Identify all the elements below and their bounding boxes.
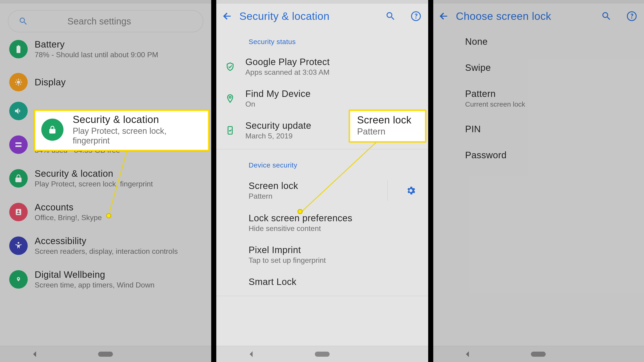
option-password[interactable]: Password — [433, 142, 644, 168]
search-settings-field[interactable]: Search settings — [8, 10, 203, 32]
row-title: Pixel Imprint — [248, 245, 421, 255]
callout-title: Screen lock — [357, 114, 411, 126]
back-arrow-icon[interactable] — [438, 11, 449, 21]
option-pin[interactable]: PIN — [433, 116, 644, 142]
nav-back-icon[interactable] — [462, 349, 473, 360]
row-title: Security & location — [34, 168, 153, 179]
callout-anchor-dot — [298, 209, 302, 214]
row-title: None — [465, 36, 644, 47]
row-title: PIN — [465, 124, 644, 134]
svg-point-7 — [229, 96, 231, 98]
lock-icon — [9, 169, 28, 188]
row-sub: Play Protect, screen lock, fingerprint — [34, 180, 153, 188]
settings-main-screen: Search settings Battery 78% - Should las… — [0, 0, 211, 362]
callout-title: Security & location — [73, 114, 202, 125]
shield-icon — [225, 62, 235, 72]
row-title: Lock screen preferences — [248, 213, 421, 223]
row-sub: On — [245, 100, 421, 108]
choose-screen-lock-screen: Choose screen lock None Swipe Pattern Cu… — [433, 0, 644, 362]
row-title: Pattern — [465, 89, 644, 99]
status-bar — [433, 0, 644, 4]
security-status-header: Security status — [216, 29, 428, 51]
row-title: Smart Lock — [248, 277, 421, 287]
svg-rect-8 — [228, 127, 232, 134]
android-nav-bar — [0, 346, 211, 362]
wellbeing-icon — [9, 270, 28, 289]
svg-rect-1 — [16, 145, 22, 147]
storage-icon — [9, 135, 28, 154]
nav-home-pill[interactable] — [531, 352, 546, 357]
row-title: Password — [465, 150, 644, 160]
divider — [216, 149, 428, 149]
phone-separator — [428, 0, 433, 362]
status-bar — [0, 0, 211, 4]
row-title: Swipe — [465, 62, 644, 73]
row-title: Screen lock — [248, 181, 379, 191]
sound-icon — [9, 102, 28, 120]
search-icon[interactable] — [601, 11, 612, 21]
nav-back-icon[interactable] — [29, 349, 40, 360]
row-screen-lock[interactable]: Screen lock Pattern — [216, 174, 428, 207]
row-smart-lock[interactable]: Smart Lock — [216, 271, 428, 293]
gear-icon[interactable] — [406, 185, 416, 196]
row-google-play-protect[interactable]: Google Play Protect Apps scanned at 3:03… — [216, 51, 428, 83]
settings-row-accounts[interactable]: Accounts Office, Bring!, Skype — [0, 195, 211, 229]
svg-point-3 — [18, 210, 20, 212]
row-title: Google Play Protect — [245, 57, 421, 67]
help-icon[interactable] — [626, 11, 637, 21]
row-sub: Pattern — [248, 192, 379, 201]
settings-row-battery[interactable]: Battery 78% - Should last until about 9:… — [0, 39, 211, 66]
row-lock-screen-prefs[interactable]: Lock screen preferences Hide sensitive c… — [216, 207, 428, 239]
brightness-icon — [9, 73, 28, 91]
settings-row-security-location[interactable]: Security & location Play Protect, screen… — [0, 161, 211, 195]
phone-check-icon — [225, 125, 235, 135]
row-title: Battery — [34, 39, 158, 50]
row-sub: 78% - Should last until about 9:00 PM — [34, 50, 158, 59]
row-title: Accounts — [34, 202, 102, 213]
device-security-header: Device security — [216, 152, 428, 174]
callout-security-location: Security & location Play Protect, screen… — [34, 110, 209, 151]
app-bar-title: Choose screen lock — [456, 10, 594, 22]
search-icon — [18, 16, 28, 26]
callout-sub: Play Protect, screen lock, fingerprint — [73, 126, 202, 146]
row-sub: Office, Bring!, Skype — [34, 213, 102, 222]
security-location-screen: Security & location Security status Goog… — [216, 0, 428, 362]
status-bar — [216, 0, 428, 4]
settings-row-display[interactable]: Display — [0, 66, 211, 98]
row-sub: Hide sensitive content — [248, 224, 421, 233]
app-bar-title: Security & location — [239, 10, 378, 22]
option-none[interactable]: None — [433, 29, 644, 55]
lock-icon — [41, 119, 64, 141]
nav-home-pill[interactable] — [315, 352, 330, 357]
android-nav-bar — [433, 346, 644, 362]
settings-row-digital-wellbeing[interactable]: Digital Wellbeing Screen time, app timer… — [0, 263, 211, 296]
help-icon[interactable] — [411, 11, 421, 21]
callout-screen-lock: Screen lock Pattern — [349, 110, 426, 143]
option-pattern[interactable]: Pattern Current screen lock — [433, 81, 644, 116]
row-sub: Screen readers, display, interaction con… — [34, 247, 178, 256]
callout-anchor-dot — [106, 213, 111, 218]
phone-separator — [211, 0, 216, 362]
search-icon[interactable] — [385, 11, 396, 21]
callout-sub: Pattern — [357, 127, 411, 137]
settings-row-accessibility[interactable]: Accessibility Screen readers, display, i… — [0, 229, 211, 263]
option-swipe[interactable]: Swipe — [433, 55, 644, 81]
settings-list: Battery 78% - Should last until about 9:… — [0, 39, 211, 296]
row-title: Display — [34, 77, 66, 87]
row-pixel-imprint[interactable]: Pixel Imprint Tap to set up fingerprint — [216, 239, 428, 271]
row-title: Accessibility — [34, 236, 178, 246]
svg-point-4 — [18, 242, 19, 244]
divider-vertical — [387, 180, 388, 201]
nav-home-pill[interactable] — [98, 352, 113, 357]
nav-back-icon[interactable] — [245, 349, 257, 360]
accessibility-icon — [9, 237, 28, 255]
row-title: Digital Wellbeing — [34, 270, 154, 280]
row-sub: Current screen lock — [465, 100, 644, 108]
divider — [216, 296, 428, 296]
row-sub: Tap to set up fingerprint — [248, 256, 421, 265]
back-arrow-icon[interactable] — [222, 11, 232, 21]
row-title: Find My Device — [245, 89, 421, 99]
svg-rect-0 — [16, 142, 22, 144]
battery-icon — [9, 40, 28, 58]
search-placeholder: Search settings — [68, 16, 131, 26]
